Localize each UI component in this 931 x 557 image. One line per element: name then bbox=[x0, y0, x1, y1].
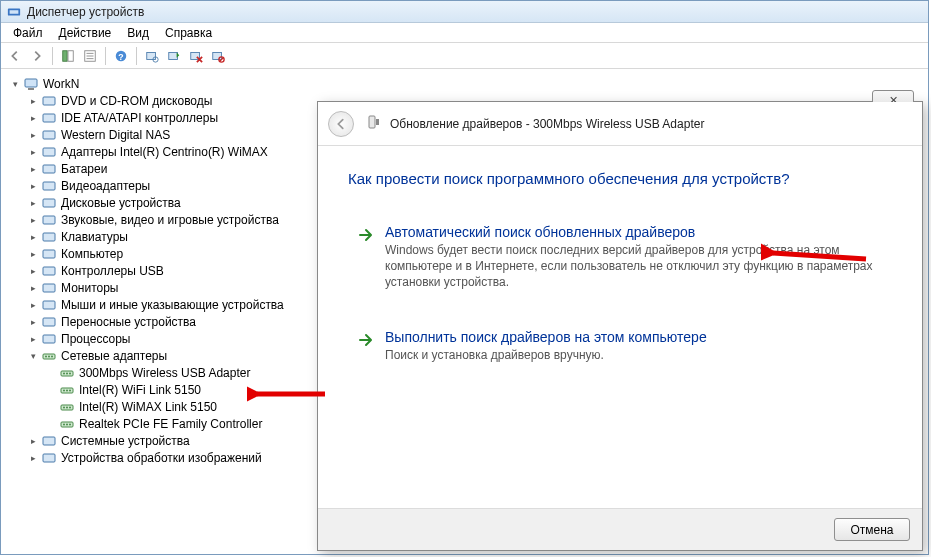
svg-rect-10 bbox=[147, 52, 156, 59]
tree-item[interactable]: ▸Устройства обработки изображений bbox=[25, 449, 307, 466]
svg-rect-25 bbox=[43, 199, 55, 207]
tree-item[interactable]: ▸Клавиатуры bbox=[25, 228, 307, 245]
svg-rect-57 bbox=[376, 119, 379, 125]
device-category-icon bbox=[41, 161, 57, 177]
svg-rect-17 bbox=[25, 79, 37, 87]
svg-point-44 bbox=[66, 389, 68, 391]
expand-icon[interactable]: ▸ bbox=[27, 95, 39, 107]
option-auto-search[interactable]: Автоматический поиск обновленных драйвер… bbox=[348, 215, 892, 302]
expand-icon[interactable]: ▸ bbox=[27, 163, 39, 175]
expander-placeholder bbox=[45, 418, 57, 430]
toolbar-separator bbox=[105, 47, 106, 65]
svg-text:?: ? bbox=[118, 51, 123, 61]
expand-icon[interactable]: ▸ bbox=[27, 180, 39, 192]
device-category-icon bbox=[41, 246, 57, 262]
toolbar-show-icon[interactable] bbox=[58, 46, 78, 66]
expand-icon[interactable]: ▸ bbox=[27, 333, 39, 345]
toolbar-update-icon[interactable] bbox=[164, 46, 184, 66]
tree-item-label: IDE ATA/ATAPI контроллеры bbox=[61, 111, 218, 125]
tree-item-label: Realtek PCIe FE Family Controller bbox=[79, 417, 262, 431]
expand-icon[interactable]: ▸ bbox=[27, 299, 39, 311]
device-category-icon bbox=[41, 144, 57, 160]
menu-action[interactable]: Действие bbox=[51, 24, 120, 42]
expand-icon[interactable]: ▸ bbox=[27, 129, 39, 141]
expander-placeholder bbox=[45, 367, 57, 379]
tree-item-label: Сетевые адаптеры bbox=[61, 349, 167, 363]
tree-item[interactable]: ▸Дисковые устройства bbox=[25, 194, 307, 211]
update-driver-dialog: ✕ Обновление драйверов - 300Mbps Wireles… bbox=[317, 101, 923, 551]
toolbar-forward-icon[interactable] bbox=[27, 46, 47, 66]
svg-rect-21 bbox=[43, 131, 55, 139]
device-category-icon bbox=[41, 331, 57, 347]
tree-item[interactable]: ▸IDE ATA/ATAPI контроллеры bbox=[25, 109, 307, 126]
expand-icon[interactable]: ▸ bbox=[27, 214, 39, 226]
tree-item[interactable]: ▸Контроллеры USB bbox=[25, 262, 307, 279]
toolbar-scan-icon[interactable] bbox=[142, 46, 162, 66]
menu-file[interactable]: Файл bbox=[5, 24, 51, 42]
toolbar-back-icon[interactable] bbox=[5, 46, 25, 66]
expand-icon[interactable]: ▸ bbox=[27, 452, 39, 464]
tree-root[interactable]: ▾ WorkN bbox=[7, 75, 307, 92]
device-category-icon bbox=[59, 399, 75, 415]
toolbar-help-icon[interactable]: ? bbox=[111, 46, 131, 66]
toolbar-uninstall-icon[interactable] bbox=[186, 46, 206, 66]
tree-item-label: Intel(R) WiFi Link 5150 bbox=[79, 383, 201, 397]
tree-item[interactable]: ▸Мониторы bbox=[25, 279, 307, 296]
menu-view[interactable]: Вид bbox=[119, 24, 157, 42]
collapse-icon[interactable]: ▾ bbox=[9, 78, 21, 90]
tree-item[interactable]: 300Mbps Wireless USB Adapter bbox=[43, 364, 307, 381]
toolbar-properties-icon[interactable] bbox=[80, 46, 100, 66]
expand-icon[interactable]: ▸ bbox=[27, 435, 39, 447]
tree-item[interactable]: ▸Процессоры bbox=[25, 330, 307, 347]
tree-item[interactable]: ▸Звуковые, видео и игровые устройства bbox=[25, 211, 307, 228]
tree-item-label: Переносные устройства bbox=[61, 315, 196, 329]
tree-item-label: Мониторы bbox=[61, 281, 118, 295]
expand-icon[interactable]: ▸ bbox=[27, 197, 39, 209]
expand-icon[interactable]: ▸ bbox=[27, 316, 39, 328]
device-tree[interactable]: ▾ WorkN ▸DVD и CD-ROM дисководы▸IDE ATA/… bbox=[7, 75, 307, 548]
tree-item[interactable]: Intel(R) WiMAX Link 5150 bbox=[43, 398, 307, 415]
tree-root-label: WorkN bbox=[43, 77, 79, 91]
svg-rect-28 bbox=[43, 250, 55, 258]
device-category-icon bbox=[59, 416, 75, 432]
svg-point-53 bbox=[69, 423, 71, 425]
expand-icon[interactable]: ▸ bbox=[27, 146, 39, 158]
svg-rect-30 bbox=[43, 284, 55, 292]
svg-point-35 bbox=[45, 355, 47, 357]
tree-item[interactable]: ▸Адаптеры Intel(R) Centrino(R) WiMAX bbox=[25, 143, 307, 160]
menu-help[interactable]: Справка bbox=[157, 24, 220, 42]
tree-item[interactable]: ▸Western Digital NAS bbox=[25, 126, 307, 143]
svg-rect-33 bbox=[43, 335, 55, 343]
option-manual-search[interactable]: Выполнить поиск драйверов на этом компью… bbox=[348, 320, 892, 374]
tree-item[interactable]: Intel(R) WiFi Link 5150 bbox=[43, 381, 307, 398]
tree-item[interactable]: Realtek PCIe FE Family Controller bbox=[43, 415, 307, 432]
option-description: Windows будет вести поиск последних верс… bbox=[385, 242, 881, 291]
svg-rect-19 bbox=[43, 97, 55, 105]
expand-icon[interactable]: ▸ bbox=[27, 231, 39, 243]
titlebar[interactable]: Диспетчер устройств bbox=[1, 1, 928, 23]
device-category-icon bbox=[41, 178, 57, 194]
tree-item[interactable]: ▸Батареи bbox=[25, 160, 307, 177]
tree-item[interactable]: ▸DVD и CD-ROM дисководы bbox=[25, 92, 307, 109]
svg-rect-27 bbox=[43, 233, 55, 241]
toolbar-disable-icon[interactable] bbox=[208, 46, 228, 66]
svg-rect-56 bbox=[369, 116, 375, 128]
expand-icon[interactable]: ▸ bbox=[27, 248, 39, 260]
back-button[interactable] bbox=[328, 111, 354, 137]
device-category-icon bbox=[59, 382, 75, 398]
tree-item[interactable]: ▸Видеоадаптеры bbox=[25, 177, 307, 194]
arrow-right-icon bbox=[357, 331, 375, 349]
collapse-icon[interactable]: ▾ bbox=[27, 350, 39, 362]
svg-rect-32 bbox=[43, 318, 55, 326]
expand-icon[interactable]: ▸ bbox=[27, 265, 39, 277]
tree-item[interactable]: ▸Мыши и иные указывающие устройства bbox=[25, 296, 307, 313]
tree-item-label: Клавиатуры bbox=[61, 230, 128, 244]
expand-icon[interactable]: ▸ bbox=[27, 282, 39, 294]
expand-icon[interactable]: ▸ bbox=[27, 112, 39, 124]
tree-item[interactable]: ▸Системные устройства bbox=[25, 432, 307, 449]
cancel-button[interactable]: Отмена bbox=[834, 518, 910, 541]
tree-item[interactable]: ▸Компьютер bbox=[25, 245, 307, 262]
option-title: Автоматический поиск обновленных драйвер… bbox=[385, 224, 881, 240]
tree-item[interactable]: ▾Сетевые адаптеры bbox=[25, 347, 307, 364]
tree-item[interactable]: ▸Переносные устройства bbox=[25, 313, 307, 330]
